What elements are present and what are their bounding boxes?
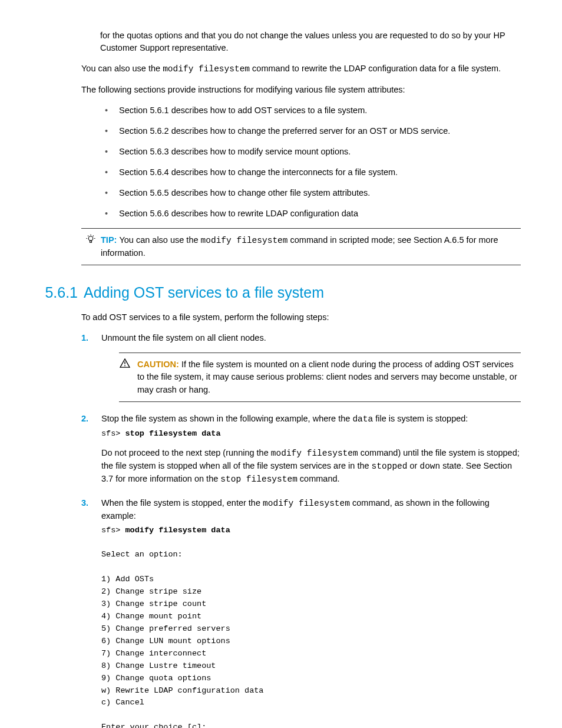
paragraph-rewrite: You can also use the modify filesystem c… (81, 62, 521, 75)
list-item: Section 5.6.1 describes how to add OST s… (100, 104, 521, 117)
section-list: Section 5.6.1 describes how to add OST s… (100, 104, 521, 220)
step-2: Stop the file system as shown in the fol… (81, 413, 521, 486)
command: stop filesystem data (125, 429, 221, 438)
text-fragment: When the file system is stopped, enter t… (101, 498, 263, 508)
text-fragment: Do not proceed to the next step (running… (101, 448, 271, 457)
step-3: When the file system is stopped, enter t… (81, 497, 521, 729)
caution-text: If the file system is mounted on a clien… (137, 360, 517, 394)
list-item: Section 5.6.2 describes how to change th… (100, 125, 521, 137)
svg-rect-6 (90, 241, 92, 242)
heading-number: 5.6.1 (41, 282, 78, 303)
caution-label: CAUTION: (137, 360, 181, 369)
paragraph-quotas: for the quotas options and that you do n… (100, 29, 521, 54)
prompt: sfs> (101, 526, 125, 535)
step-1: Unmount the file system on all client no… (81, 332, 521, 401)
list-item: Section 5.6.3 describes how to modify se… (100, 146, 521, 158)
caution-callout: CAUTION: If the file system is mounted o… (119, 353, 521, 401)
svg-point-0 (88, 236, 93, 241)
text-fragment: or (408, 461, 420, 470)
warning-icon (120, 358, 130, 368)
svg-line-5 (93, 236, 94, 236)
list-item: Section 5.6.5 describes how to change ot… (100, 187, 521, 199)
list-item: Section 5.6.6 describes how to rewrite L… (100, 207, 521, 220)
section-heading: 5.6.1Adding OST services to a file syste… (41, 282, 521, 303)
code-block: sfs> stop filesystem data (101, 428, 521, 440)
command: modify filesystem data (125, 526, 230, 535)
paragraph-add-intro: To add OST services to a file system, pe… (81, 311, 521, 324)
code-inline: modify filesystem (201, 236, 288, 245)
text-fragment: file is system is stopped: (373, 414, 468, 423)
paragraph-sections-intro: The following sections provide instructi… (81, 84, 521, 96)
prompt: sfs> (101, 429, 125, 438)
code-inline: stopped (372, 462, 408, 471)
code-inline: modify filesystem (263, 499, 350, 508)
text-fragment: You can also use the (81, 64, 163, 73)
code-block: sfs> modify filesystem data Select an op… (101, 525, 521, 728)
tip-callout: TIP: You can also use the modify filesys… (81, 228, 521, 265)
tip-label: TIP: (101, 235, 119, 245)
menu-output: Select an option: 1) Add OSTs 2) Change … (101, 550, 263, 728)
step-text: Unmount the file system on all client no… (101, 333, 266, 342)
list-item: Section 5.6.4 describes how to change th… (100, 166, 521, 179)
heading-title: Adding OST services to a file system (84, 284, 324, 301)
text-fragment: command to rewrite the LDAP configuratio… (250, 64, 501, 73)
svg-point-9 (124, 365, 125, 367)
text-fragment: command. (297, 474, 340, 483)
text-fragment: Stop the file system as shown in the fol… (101, 414, 352, 423)
svg-line-4 (88, 236, 88, 236)
lightbulb-icon (85, 234, 96, 245)
code-inline: down (419, 462, 440, 471)
code-inline: stop filesystem (220, 475, 297, 484)
code-inline: modify filesystem (163, 64, 250, 74)
text-fragment: You can also use the (119, 235, 200, 245)
code-inline: modify filesystem (271, 449, 358, 458)
code-inline: data (352, 414, 373, 424)
